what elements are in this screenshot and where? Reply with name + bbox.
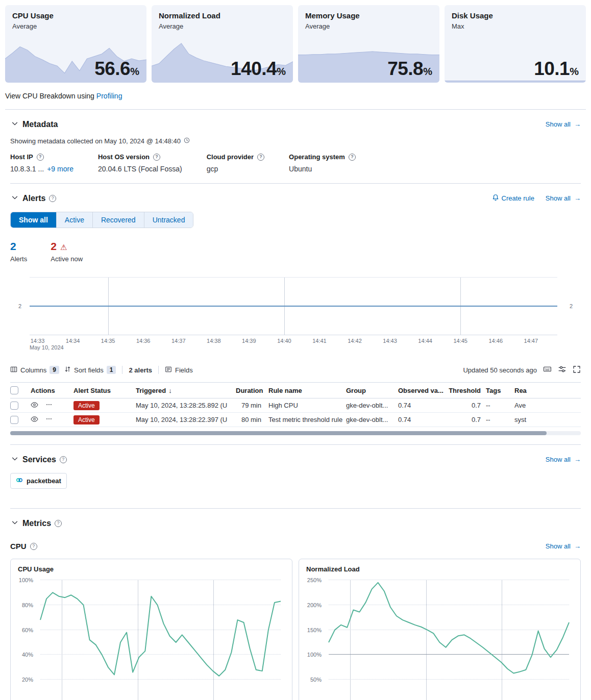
tab-untracked[interactable]: Untracked [144, 212, 193, 228]
alerts-timeline-chart: 2214:3314:3414:3514:3614:3714:3814:3914:… [10, 277, 581, 352]
alerts-filter-tabs: Show all Active Recovered Untracked [10, 212, 193, 228]
section-divider [10, 444, 581, 445]
tab-recovered[interactable]: Recovered [93, 212, 144, 228]
kpi-card-normalized-load[interactable]: Normalized Load Average 140.4% [152, 5, 293, 83]
kpi-card-subtitle: Average [12, 22, 139, 30]
kpi-card-disk-usage[interactable]: Disk Usage Max 10.1% [445, 5, 586, 83]
cell-rule-name: High CPU [268, 402, 346, 409]
sort-fields-button[interactable]: Sort fields 1 [64, 366, 116, 374]
header-triggered[interactable]: Triggered [136, 387, 236, 394]
display-options-button[interactable] [558, 365, 567, 375]
view-alert-button[interactable] [31, 401, 38, 410]
keyboard-icon [543, 365, 552, 375]
metric-chart-panels: CPU Usage 0%20%40%60%80%100%14:3014:3514… [10, 559, 581, 700]
kpi-card-memory-usage[interactable]: Memory Usage Average 75.8% [298, 5, 439, 83]
columns-icon [10, 366, 17, 374]
chevron-down-icon [11, 194, 18, 203]
header-rule-name: Rule name [268, 387, 346, 394]
row-actions-menu-button[interactable] [45, 415, 53, 424]
metrics-section-header: Metrics [10, 518, 581, 529]
profiling-link[interactable]: Profiling [96, 92, 122, 100]
section-divider [5, 109, 586, 110]
tab-show-all[interactable]: Show all [11, 212, 57, 228]
row-checkbox[interactable] [10, 416, 18, 424]
cell-reason: Ave [514, 402, 581, 409]
metadata-collapse-button[interactable] [10, 119, 19, 130]
columns-button[interactable]: Columns 9 [10, 366, 59, 374]
chevron-down-icon [11, 519, 18, 528]
kpi-card-value: 56.6% [94, 58, 139, 80]
more-ips-link[interactable]: +9 more [47, 165, 73, 173]
select-all-checkbox[interactable] [10, 386, 18, 394]
header-tags: Tags [486, 387, 514, 394]
tab-active[interactable]: Active [57, 212, 93, 228]
metrics-show-all-link[interactable]: Show all [546, 542, 581, 550]
keyboard-shortcuts-button[interactable] [543, 365, 552, 375]
kpi-card-title: Normalized Load [159, 11, 286, 20]
kpi-card-value: 75.8% [387, 58, 432, 80]
kpi-card-subtitle: Average [159, 22, 286, 30]
row-checkbox[interactable] [10, 402, 18, 410]
clock-icon [184, 137, 190, 145]
cpu-metrics-subheader: CPU Show all [10, 542, 581, 551]
header-alert-status: Alert Status [73, 387, 136, 394]
alerts-show-all-link[interactable]: Show all [546, 194, 581, 202]
kpi-card-title: Disk Usage [452, 11, 579, 20]
metadata-field-cloud-provider: Cloud provider gcp [207, 153, 264, 173]
alerts-active-stat: 2⚠ Active now [51, 240, 83, 263]
services-section-header: Services Show all [10, 454, 581, 465]
question-icon [49, 195, 56, 202]
alerts-section-header: Alerts Create rule Show all [10, 193, 581, 204]
fields-button[interactable]: Fields [165, 366, 193, 374]
services-show-all-link[interactable]: Show all [546, 456, 581, 463]
cell-rule-name: Test metric threshold rule [268, 416, 346, 423]
service-chip-packetbeat[interactable]: packetbeat [10, 473, 67, 489]
kpi-card-cpu-usage[interactable]: CPU Usage Average 56.6% [5, 5, 146, 83]
cell-threshold: 0.7 [447, 402, 486, 409]
metadata-field-host-ip: Host IP 10.8.3.1 ...+9 more [10, 153, 73, 173]
chevron-down-icon [11, 120, 18, 129]
alerts-stats: 2 Alerts 2⚠ Active now [10, 240, 581, 263]
question-icon [30, 543, 37, 550]
header-threshold: Threshold [447, 387, 486, 394]
display-options-icon [558, 365, 567, 375]
cell-observed-value: 0.74 [398, 402, 447, 409]
alert-status-badge: Active [73, 415, 100, 424]
create-rule-link[interactable]: Create rule [492, 194, 534, 203]
question-icon [349, 154, 356, 161]
section-divider [10, 508, 581, 509]
metadata-section-header: Metadata Show all [10, 119, 581, 130]
header-group: Group [346, 387, 398, 394]
services-collapse-button[interactable] [10, 454, 19, 465]
fullscreen-icon [573, 365, 581, 375]
alerts-table: Actions Alert Status Triggered Duration … [10, 382, 581, 427]
header-observed-value: Observed va... [398, 387, 447, 394]
normalized-load-chart-panel: Normalized Load 0%50%100%150%200%250%14:… [299, 559, 581, 700]
ellipsis-icon [45, 415, 53, 424]
eye-icon [31, 401, 38, 410]
metadata-collected-text: Showing metadata collected on May 10, 20… [10, 137, 581, 145]
row-actions-menu-button[interactable] [45, 401, 53, 410]
kpi-card-title: CPU Usage [12, 11, 139, 20]
updated-timestamp: Updated 50 seconds ago [463, 366, 537, 374]
kpi-card-title: Memory Usage [305, 11, 432, 20]
metadata-fields: Host IP 10.8.3.1 ...+9 more Host OS vers… [10, 153, 581, 173]
columns-count-badge: 9 [50, 366, 59, 374]
cpu-subsection-title: CPU [10, 542, 27, 551]
header-actions: Actions [29, 387, 73, 394]
metrics-section-title: Metrics [22, 519, 51, 528]
cell-observed-value: 0.74 [398, 416, 447, 423]
packetbeat-icon [16, 477, 23, 485]
bell-icon [492, 194, 499, 203]
cell-group: gke-dev-oblt... [346, 416, 398, 423]
scrollbar-thumb[interactable] [10, 431, 547, 435]
view-alert-button[interactable] [31, 415, 38, 424]
metadata-show-all-link[interactable]: Show all [546, 120, 581, 128]
alerts-collapse-button[interactable] [10, 193, 19, 204]
fullscreen-button[interactable] [573, 365, 581, 375]
metrics-collapse-button[interactable] [10, 518, 19, 529]
alerts-count-label: 2 alerts [129, 366, 152, 374]
sort-icon [64, 366, 71, 374]
alerts-table-toolbar: Columns 9 Sort fields 1 2 alerts Fields … [10, 365, 581, 375]
alerts-count-stat: 2 Alerts [10, 240, 27, 263]
